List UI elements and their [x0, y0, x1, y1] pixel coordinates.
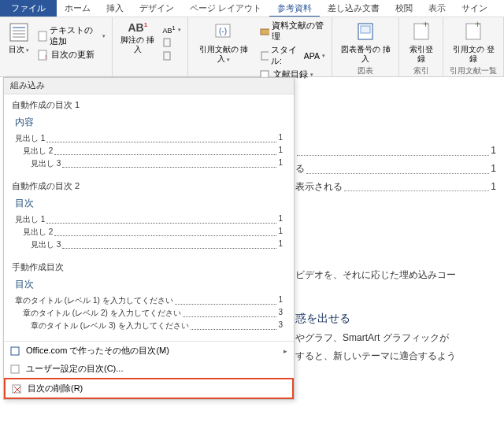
footnote-opt2[interactable]: [161, 36, 182, 49]
dd-office-label: Office.com で作ったその他の目次(M): [26, 345, 169, 357]
svg-rect-10: [164, 52, 170, 60]
ribbon: 目次 ▾ + テキストの追加▾ ! 目次の更新 AB1 脚注の 挿入: [0, 17, 504, 77]
svg-text:(-): (-): [219, 27, 227, 35]
mark-citation-label: 引用文の 登録: [451, 45, 495, 64]
mark-index-entry-button[interactable]: + 索引登録: [404, 20, 438, 65]
group-index: + 索引登録 索引: [399, 17, 443, 76]
toc-dropdown: 組み込み 自動作成の目次 1 内容 見出し 11 見出し 21 見出し 31 自…: [3, 77, 295, 400]
dd-remove-toc[interactable]: 目次の削除(R): [4, 378, 294, 399]
doc-text: すると、新しいテーマに適合するよう: [295, 350, 456, 361]
toc-gallery-manual[interactable]: 手動作成目次 目次 章のタイトル (レベル 1) を入力してください1 章のタイ…: [4, 257, 294, 338]
toc-pg: 1: [278, 239, 283, 250]
group-label-footnote: [117, 66, 183, 76]
tab-mailings[interactable]: 差し込み文書: [320, 0, 387, 17]
doc-pg: 1: [491, 160, 496, 178]
toc-gallery-auto2[interactable]: 自動作成の目次 2 目次 見出し 11 見出し 21 見出し 31: [4, 176, 294, 257]
svg-rect-9: [164, 39, 170, 46]
toc-l3: 章のタイトル (レベル 3) を入力してください: [31, 320, 189, 331]
tab-view[interactable]: 表示: [421, 0, 454, 17]
toc-l2: 見出し 2: [23, 227, 53, 238]
tab-insert[interactable]: 挿入: [98, 0, 132, 17]
insert-footnote-label: 脚注の 挿入: [120, 35, 154, 54]
style-dropdown[interactable]: スタイル: APA▾: [258, 44, 327, 68]
doc-text: やグラフ、SmartArt グラフィックが: [295, 332, 449, 343]
toc-l3: 見出し 3: [31, 158, 61, 169]
manage-sources-button[interactable]: 資料文献の管理: [258, 20, 327, 43]
mark-citation-button[interactable]: + 引用文の 登録: [448, 20, 498, 65]
insert-footnote-button[interactable]: AB1 脚注の 挿入: [117, 20, 158, 66]
toc-pg: 3: [278, 308, 283, 319]
style-label: スタイル:: [271, 45, 302, 67]
ribbon-tabbar: ファイル ホーム 挿入 デザイン ページ レイアウト 参考資料 差し込み文書 校…: [0, 0, 504, 17]
toc-l1: 見出し 1: [15, 214, 45, 225]
toc-l3: 見出し 3: [31, 239, 61, 250]
footnote-opt1[interactable]: AB1▾: [161, 24, 182, 35]
chevron-down-icon: ▾: [178, 27, 181, 33]
doc-pg: 1: [491, 142, 496, 160]
toc-gallery-auto1[interactable]: 自動作成の目次 1 内容 見出し 11 見出し 21 見出し 31: [4, 94, 294, 176]
svg-rect-14: [261, 52, 269, 60]
svg-rect-23: [11, 365, 19, 373]
toc-sample-heading: 内容: [15, 116, 283, 129]
dd-office-more[interactable]: Office.com で作ったその他の目次(M) ▸: [4, 342, 294, 360]
svg-rect-22: [11, 347, 19, 355]
mark-index-label: 索引登録: [407, 45, 435, 64]
toc-pg: 1: [278, 133, 283, 144]
chevron-down-icon: ▾: [102, 33, 106, 39]
group-captions: 図表番号の 挿入 図表: [332, 17, 400, 76]
dd-remove-label: 目次の削除(R): [28, 383, 83, 394]
gallery-title-manual: 手動作成目次: [12, 261, 286, 273]
tab-references[interactable]: 参考資料: [269, 0, 320, 17]
toc-l2: 見出し 2: [23, 146, 53, 157]
index-icon: +: [410, 21, 432, 43]
toc-pg: 3: [278, 320, 283, 331]
svg-text:!: !: [45, 54, 46, 61]
svg-rect-0: [10, 24, 28, 41]
footnote-ab-icon: AB1: [128, 21, 147, 34]
style-value: APA: [304, 51, 320, 61]
tab-design[interactable]: デザイン: [132, 0, 182, 17]
tab-file[interactable]: ファイル: [0, 0, 57, 17]
group-label-index: 索引: [404, 65, 438, 77]
toc-l1: 章のタイトル (レベル 1) を入力してください: [15, 295, 173, 306]
dd-builtin-header: 組み込み: [4, 78, 294, 94]
toc-pg: 1: [278, 295, 283, 306]
toc-button[interactable]: 目次 ▾: [5, 20, 33, 66]
toa-icon: +: [462, 21, 484, 43]
group-toc: 目次 ▾ + テキストの追加▾ ! 目次の更新: [0, 17, 113, 76]
toc-pg: 1: [278, 214, 283, 225]
add-text-button[interactable]: + テキストの追加▾: [36, 24, 107, 48]
custom-toc-icon: [10, 364, 21, 375]
group-label-toa: 引用文献一覧: [448, 65, 498, 77]
toc-pg: 1: [278, 146, 283, 157]
svg-rect-5: [39, 31, 46, 41]
toc-sample-heading: 目次: [15, 278, 283, 291]
citation-icon: (-): [213, 21, 235, 43]
tab-layout[interactable]: ページ レイアウト: [182, 0, 269, 17]
manage-sources-label: 資料文献の管理: [272, 20, 325, 43]
update-toc-label: 目次の更新: [51, 50, 94, 61]
tab-review[interactable]: 校閲: [387, 0, 421, 17]
update-toc-button[interactable]: ! 目次の更新: [36, 49, 107, 61]
dd-custom-toc[interactable]: ユーザー設定の目次(C)...: [4, 360, 294, 378]
chevron-down-icon: ▾: [26, 47, 29, 53]
doc-text: ビデオを、それに応じた埋め込みコー: [295, 269, 456, 280]
doc-frag: る: [295, 160, 305, 178]
group-footnote: AB1 脚注の 挿入 AB1▾: [113, 17, 188, 76]
toc-pg: 1: [278, 227, 283, 238]
toc-pg: 1: [278, 158, 283, 169]
tab-home[interactable]: ホーム: [57, 0, 98, 17]
toc-button-label: 目次: [9, 45, 24, 54]
gallery-title-auto1: 自動作成の目次 1: [12, 99, 286, 111]
caption-icon: [354, 21, 376, 43]
gallery-title-auto2: 自動作成の目次 2: [12, 180, 286, 192]
footnote-opt3[interactable]: [161, 50, 182, 62]
tab-signin[interactable]: サイン: [454, 0, 495, 17]
endnote-icon: [162, 37, 173, 48]
svg-rect-17: [361, 26, 370, 33]
insert-caption-button[interactable]: 図表番号の 挿入: [337, 20, 395, 65]
insert-citation-button[interactable]: (-) 引用文献の 挿入 ▾: [193, 20, 255, 81]
group-label-toc: [5, 66, 107, 76]
svg-text:+: +: [475, 21, 480, 30]
toc-sample-heading: 目次: [15, 197, 283, 210]
